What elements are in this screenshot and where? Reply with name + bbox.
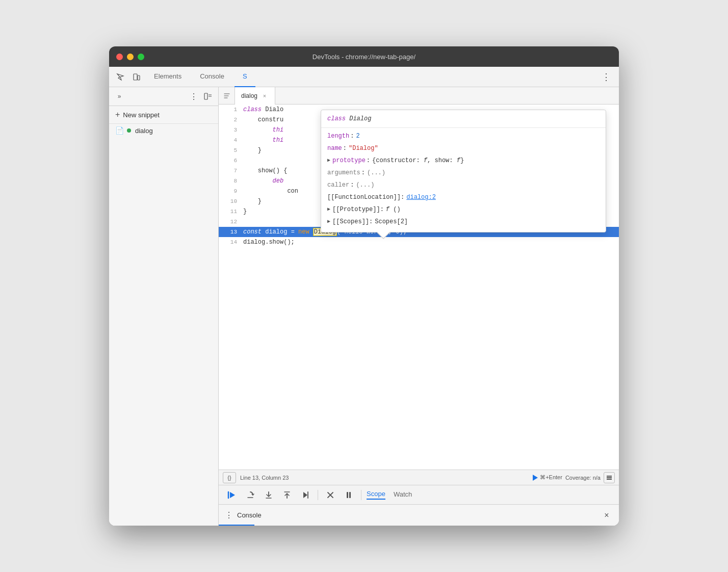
editor-nav-icon[interactable]: [219, 87, 235, 105]
tab-elements[interactable]: Elements: [146, 67, 190, 87]
popup-header: class Dialog: [321, 110, 606, 128]
step-over-button[interactable]: [243, 488, 257, 502]
expand-icon[interactable]: »: [113, 90, 125, 102]
minimize-button[interactable]: [127, 54, 134, 60]
window-title: DevTools - chrome://new-tab-page/: [313, 53, 415, 61]
popup-arrow: [377, 232, 389, 238]
run-shortcut: ⌘+Enter: [540, 474, 562, 481]
popup-classname: Dialog: [349, 115, 371, 122]
maximize-button[interactable]: [138, 54, 144, 60]
debug-separator-2: [361, 490, 361, 500]
device-icon[interactable]: [129, 70, 144, 84]
code-content: class Dialog length : 2: [219, 105, 619, 470]
deactivate-breakpoints-button[interactable]: [323, 488, 337, 502]
titlebar: DevTools - chrome://new-tab-page/: [109, 46, 619, 67]
close-button[interactable]: [116, 54, 123, 60]
file-name: dialog: [135, 127, 153, 135]
editor-tab-name: dialog: [241, 92, 257, 99]
popup-body: length : 2 name : "Dialog": [321, 128, 606, 232]
pause-on-exception-button[interactable]: [342, 488, 356, 502]
console-active-underline: [219, 525, 254, 526]
expand-scopes-icon[interactable]: ▶: [327, 216, 330, 227]
tab-scope[interactable]: Scope: [367, 490, 385, 500]
function-location-link[interactable]: dialog:2: [406, 192, 436, 203]
traffic-lights: [116, 54, 144, 60]
step-into-button[interactable]: [262, 488, 276, 502]
devtools-window: DevTools - chrome://new-tab-page/ Elemen…: [109, 46, 619, 526]
svg-rect-11: [347, 492, 348, 498]
file-folder-icon: 📄: [115, 126, 124, 135]
console-close-button[interactable]: ×: [601, 509, 613, 522]
devtools-body: Elements Console S ⋮ » ⋮: [109, 67, 619, 526]
editor-tab-close-button[interactable]: ×: [261, 92, 269, 100]
status-bar: {} Line 13, Column 23 ⌘+Enter Coverage: …: [219, 470, 619, 485]
run-triangle-icon: [533, 475, 538, 481]
autocomplete-popup: class Dialog length : 2: [321, 110, 606, 232]
main-area: » ⋮ + New snippet 📄: [109, 87, 619, 526]
editor-tab-bar: dialog ×: [219, 87, 619, 105]
tab-watch[interactable]: Watch: [394, 490, 412, 499]
popup-row-name: name : "Dialog": [327, 142, 600, 154]
popup-row-length: length : 2: [327, 130, 600, 142]
tab-sources[interactable]: S: [235, 67, 255, 87]
step-out-button[interactable]: [280, 488, 294, 502]
editor-area: dialog × class Dialog: [219, 87, 619, 526]
file-dot-indicator: [127, 128, 131, 133]
run-button[interactable]: ⌘+Enter: [533, 474, 562, 481]
debug-toolbar: Scope Watch: [219, 485, 619, 504]
svg-rect-1: [138, 75, 140, 80]
resume-button[interactable]: [225, 488, 239, 502]
new-snippet-button[interactable]: + New snippet: [109, 106, 218, 124]
editor-tab-dialog[interactable]: dialog ×: [235, 87, 275, 105]
cursor-position: Line 13, Column 23: [240, 475, 289, 481]
plus-icon: +: [115, 110, 120, 119]
popup-title: class Dialog: [327, 115, 371, 122]
popup-row-caller: caller : (...): [327, 179, 600, 191]
scope-watch-tabs: Scope Watch: [367, 490, 412, 500]
popup-row-arguments: arguments : (...): [327, 167, 600, 179]
expand-prototype-icon[interactable]: ▶: [327, 155, 330, 166]
popup-row-prototype[interactable]: ▶ prototype : {constructor: f, show: f}: [327, 154, 600, 167]
more-tabs-button[interactable]: ⋮: [597, 69, 615, 85]
svg-rect-0: [134, 74, 137, 80]
expand-proto-icon[interactable]: ▶: [327, 204, 330, 215]
popup-row-proto[interactable]: ▶ [[Prototype]] : f (): [327, 203, 600, 216]
inspector-icon[interactable]: [113, 70, 127, 84]
sidebar-nav-icon[interactable]: [202, 90, 214, 102]
top-toolbar: Elements Console S ⋮: [109, 67, 619, 87]
format-button[interactable]: {}: [223, 472, 236, 483]
sidebar-more-button[interactable]: ⋮: [190, 92, 198, 101]
sidebar-toolbar: » ⋮: [109, 87, 218, 106]
file-item-dialog[interactable]: 📄 dialog: [109, 124, 218, 137]
svg-rect-12: [349, 492, 351, 498]
console-label: Console: [237, 511, 262, 519]
step-button[interactable]: [298, 488, 313, 502]
coverage-label: Coverage: n/a: [565, 475, 601, 481]
status-run-area: ⌘+Enter Coverage: n/a: [533, 472, 615, 483]
debug-separator: [318, 490, 318, 500]
coverage-dropdown-button[interactable]: [604, 472, 615, 483]
bottom-console: ⋮ Console ×: [219, 504, 619, 526]
popup-row-scopes[interactable]: ▶ [[Scopes]] : Scopes[2]: [327, 216, 600, 228]
tab-console[interactable]: Console: [192, 67, 232, 87]
svg-rect-2: [204, 93, 207, 99]
console-more-button[interactable]: ⋮: [225, 510, 233, 520]
new-snippet-label: New snippet: [123, 111, 160, 119]
sidebar: » ⋮ + New snippet 📄: [109, 87, 219, 526]
code-line-14: 14 dialog.show();: [219, 237, 619, 247]
popup-keyword: class: [327, 115, 346, 122]
popup-row-function-location: [[FunctionLocation]] : dialog:2: [327, 191, 600, 203]
